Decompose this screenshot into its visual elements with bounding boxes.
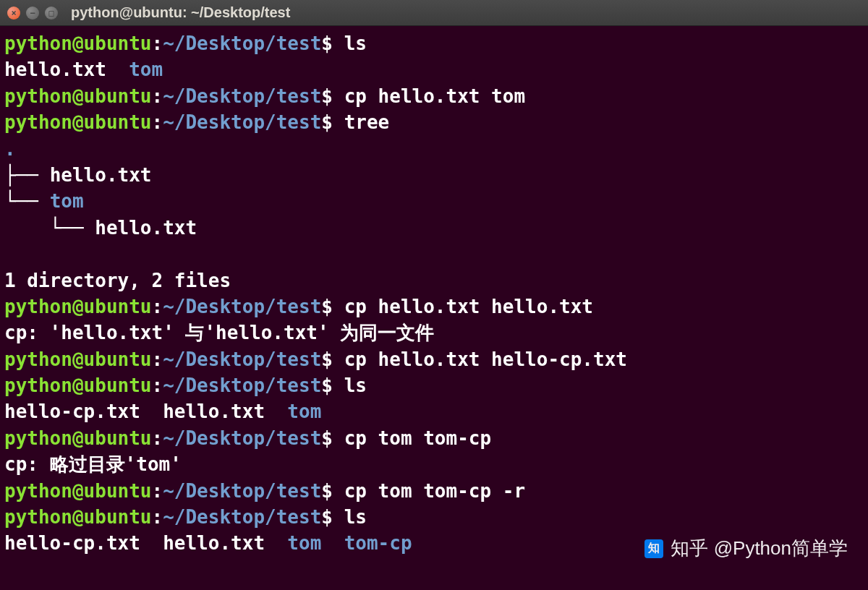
minimize-button[interactable]: − xyxy=(26,7,39,20)
tree-branch-icon: └── xyxy=(4,217,95,239)
tree-dot: . xyxy=(4,138,16,160)
tree-line: ├── hello.txt xyxy=(4,162,864,188)
tree-summary: 1 directory, 2 files xyxy=(4,268,864,294)
cwd-path: ~/Desktop/test xyxy=(163,375,321,396)
user-host: python@ubuntu xyxy=(4,85,152,107)
prompt-line: python@ubuntu:~/Desktop/test$ cp tom tom… xyxy=(4,425,864,451)
prompt-line: python@ubuntu:~/Desktop/test$ cp hello.t… xyxy=(4,83,864,109)
file-name: hello.txt xyxy=(4,59,106,80)
prompt-dollar: $ xyxy=(321,375,333,396)
colon: : xyxy=(152,349,163,370)
watermark-text: 知乎 @Python简单学 xyxy=(671,536,848,561)
prompt-line: python@ubuntu:~/Desktop/test$ cp tom tom… xyxy=(4,478,864,504)
prompt-line: python@ubuntu:~/Desktop/test$ ls xyxy=(4,372,864,398)
colon: : xyxy=(152,296,163,317)
prompt-dollar: $ xyxy=(321,296,333,317)
cwd-path: ~/Desktop/test xyxy=(163,111,321,133)
dir-name: tom-cp xyxy=(344,532,412,554)
colon: : xyxy=(152,427,163,449)
command-input: cp hello.txt hello-cp.txt xyxy=(344,349,627,370)
user-host: python@ubuntu xyxy=(4,506,152,528)
file-name: hello.txt xyxy=(95,217,197,239)
tree-branch-icon: ├── xyxy=(4,164,50,186)
prompt-line: python@ubuntu:~/Desktop/test$ cp hello.t… xyxy=(4,294,864,320)
prompt-dollar: $ xyxy=(321,33,333,54)
dir-name: tom xyxy=(129,59,163,80)
tree-line: └── tom xyxy=(4,188,864,214)
error-line: cp: 'hello.txt' 与'hello.txt' 为同一文件 xyxy=(4,320,864,346)
prompt-line: python@ubuntu:~/Desktop/test$ cp hello.t… xyxy=(4,346,864,372)
prompt-line: python@ubuntu:~/Desktop/test$ tree xyxy=(4,109,864,135)
terminal-area[interactable]: python@ubuntu:~/Desktop/test$ ls hello.t… xyxy=(0,26,868,561)
window-controls: × − □ xyxy=(7,7,58,20)
command-input: tree xyxy=(344,111,390,133)
prompt-dollar: $ xyxy=(321,480,333,502)
cwd-path: ~/Desktop/test xyxy=(163,427,321,449)
user-host: python@ubuntu xyxy=(4,480,152,502)
command-input: cp tom tom-cp xyxy=(344,427,492,449)
colon: : xyxy=(152,480,163,502)
prompt-dollar: $ xyxy=(321,111,333,133)
output-line: hello.txt tom xyxy=(4,56,864,82)
colon: : xyxy=(152,506,163,528)
colon: : xyxy=(152,375,163,396)
error-line: cp: 略过目录'tom' xyxy=(4,451,864,477)
user-host: python@ubuntu xyxy=(4,33,152,54)
dir-name: tom xyxy=(287,401,321,422)
colon: : xyxy=(152,85,163,107)
command-input: cp hello.txt tom xyxy=(344,85,525,107)
prompt-dollar: $ xyxy=(321,85,333,107)
command-input: ls xyxy=(344,375,367,396)
colon: : xyxy=(152,33,163,54)
watermark: 知 知乎 @Python简单学 xyxy=(644,536,848,561)
cwd-path: ~/Desktop/test xyxy=(163,33,321,54)
command-input: ls xyxy=(344,506,367,528)
user-host: python@ubuntu xyxy=(4,427,152,449)
output-text: cp: 'hello.txt' 与'hello.txt' 为同一文件 xyxy=(4,322,434,343)
tree-branch-icon: └── xyxy=(4,190,50,212)
user-host: python@ubuntu xyxy=(4,375,152,396)
user-host: python@ubuntu xyxy=(4,296,152,317)
output-text: 1 directory, 2 files xyxy=(4,270,231,291)
output-line: hello-cp.txt hello.txt tom xyxy=(4,398,864,424)
tree-line: └── hello.txt xyxy=(4,215,864,241)
zhihu-icon: 知 xyxy=(644,539,663,558)
file-name: hello.txt xyxy=(50,164,152,186)
cwd-path: ~/Desktop/test xyxy=(163,349,321,370)
dir-name: tom xyxy=(50,190,84,212)
prompt-line: python@ubuntu:~/Desktop/test$ ls xyxy=(4,504,864,530)
cwd-path: ~/Desktop/test xyxy=(163,506,321,528)
user-host: python@ubuntu xyxy=(4,111,152,133)
maximize-button[interactable]: □ xyxy=(45,7,58,20)
cwd-path: ~/Desktop/test xyxy=(163,296,321,317)
file-name: hello-cp.txt xyxy=(4,401,140,422)
command-input: cp hello.txt hello.txt xyxy=(344,296,593,317)
output-text: cp: 略过目录'tom' xyxy=(4,453,182,475)
dir-name: tom xyxy=(287,532,321,554)
file-name: hello.txt xyxy=(163,532,265,554)
prompt-dollar: $ xyxy=(321,506,333,528)
close-button[interactable]: × xyxy=(7,7,20,20)
window-titlebar: × − □ python@ubuntu: ~/Desktop/test xyxy=(0,0,868,26)
file-name: hello-cp.txt xyxy=(4,532,140,554)
user-host: python@ubuntu xyxy=(4,349,152,370)
cwd-path: ~/Desktop/test xyxy=(163,85,321,107)
file-name: hello.txt xyxy=(163,401,265,422)
prompt-line: python@ubuntu:~/Desktop/test$ ls xyxy=(4,30,864,56)
prompt-dollar: $ xyxy=(321,427,333,449)
command-input: cp tom tom-cp -r xyxy=(344,480,525,502)
blank-line xyxy=(4,241,864,267)
cwd-path: ~/Desktop/test xyxy=(163,480,321,502)
window-title: python@ubuntu: ~/Desktop/test xyxy=(71,4,290,21)
command-input: ls xyxy=(344,33,367,54)
colon: : xyxy=(152,111,163,133)
tree-root: . xyxy=(4,136,864,162)
prompt-dollar: $ xyxy=(321,349,333,370)
